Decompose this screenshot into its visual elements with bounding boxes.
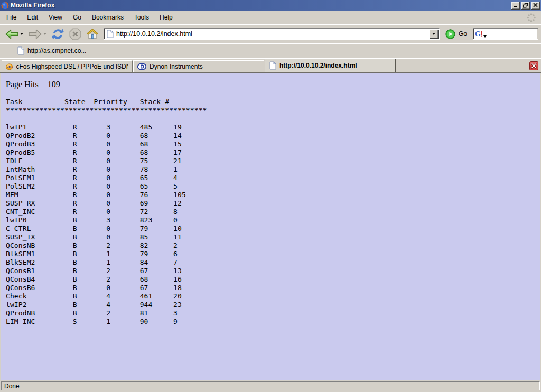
back-arrow-icon [5,29,19,40]
page-icon [269,61,276,70]
cfos-icon: cFos [6,62,13,71]
firefox-app-icon [1,2,9,10]
url-input[interactable]: http://10.0.10.2/index.html [116,30,430,38]
minimize-icon [513,3,518,8]
chevron-down-icon [432,33,435,35]
tab-active-index-html[interactable]: http://10.0.10.2/index.html [265,59,396,72]
menu-help[interactable]: Help [154,12,178,23]
tab-dynon[interactable]: Dynon Instruments [133,60,264,72]
google-logo-icon: G [475,30,483,38]
bookmarks-toolbar: http://as.cmpnet.co... [0,43,541,58]
go-label: Go [459,30,467,38]
status-text: Done [1,381,540,390]
tab-close-button[interactable] [529,61,538,70]
go-icon [445,29,455,39]
tab-label: http://10.0.10.2/index.html [279,62,357,69]
home-icon [86,28,99,40]
forward-arrow-icon [28,29,42,40]
menu-view[interactable]: View [43,12,68,23]
task-table: Task State Priority Stack # ************… [6,98,540,326]
reload-icon [51,28,64,40]
close-icon [533,3,538,7]
navigation-toolbar: http://10.0.10.2/index.html Go G [0,24,541,43]
url-bar[interactable]: http://10.0.10.2/index.html [104,28,440,40]
menu-tools[interactable]: Tools [129,12,154,23]
dynon-icon [137,63,146,70]
page-hits-text: Page Hits = 109 [6,80,540,89]
page-content: Page Hits = 109 Task State Priority Stac… [1,73,540,380]
url-history-dropdown[interactable] [430,29,439,39]
back-button[interactable] [3,26,25,42]
forward-button[interactable] [26,26,49,42]
page-icon [106,30,114,38]
menu-go[interactable]: Go [68,12,87,23]
stop-icon [69,28,81,40]
restore-button[interactable] [521,2,530,10]
window-title: Mozilla Firefox [11,2,510,9]
svg-text:cFos: cFos [7,65,13,68]
minimize-button[interactable] [511,2,520,10]
bookmark-label: http://as.cmpnet.co... [27,47,86,54]
menu-edit[interactable]: Edit [22,12,43,23]
stop-button[interactable] [67,26,83,42]
svg-text:G: G [475,30,481,38]
firefox-window: Mozilla Firefox File Edit View Go Bookma… [0,0,541,392]
tab-label: Dynon Instruments [150,63,203,70]
throbber-icon [527,13,536,22]
reload-button[interactable] [49,26,67,42]
forward-dropdown-caret[interactable] [43,33,46,35]
home-button[interactable] [84,26,101,42]
back-dropdown-caret[interactable] [20,33,23,35]
menu-bookmarks[interactable]: Bookmarks [87,12,129,23]
menu-bar: File Edit View Go Bookmarks Tools Help [0,11,541,24]
bookmark-item[interactable]: http://as.cmpnet.co... [15,45,88,56]
tab-cfos[interactable]: cFos cFos Highspeed DSL / PPPoE und ISDN… [2,60,133,72]
title-bar: Mozilla Firefox [0,0,541,11]
menu-file[interactable]: File [1,12,22,23]
close-button[interactable] [531,2,540,10]
search-input[interactable]: G [473,28,538,40]
go-button[interactable]: Go [442,29,472,39]
tab-bar: cFos cFos Highspeed DSL / PPPoE und ISDN… [0,58,541,73]
status-bar: Done [0,380,541,392]
page-icon [17,46,24,55]
search-engine-caret[interactable] [483,35,487,38]
tab-close-icon [529,61,538,70]
restore-icon [523,3,528,8]
tab-label: cFos Highspeed DSL / PPPoE und ISDN CAP.… [16,63,128,70]
